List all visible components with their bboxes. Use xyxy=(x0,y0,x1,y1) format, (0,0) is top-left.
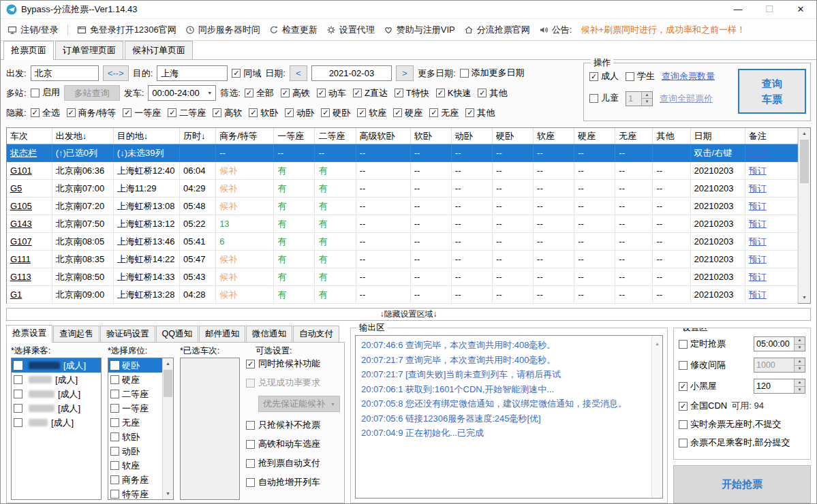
book-link[interactable]: 预订 xyxy=(749,148,767,158)
checkbox-icon[interactable]: ✓ xyxy=(679,402,688,411)
train-link[interactable]: G143 xyxy=(10,219,32,229)
checkbox-icon[interactable]: ✓ xyxy=(589,72,598,81)
scrollbar-thumb[interactable] xyxy=(164,370,172,397)
bottom-tab-item[interactable]: 自动支付 xyxy=(293,326,339,342)
checkbox-icon[interactable] xyxy=(110,447,119,456)
setting-checkbox[interactable]: 实时余票无座时,不提交 xyxy=(679,418,782,430)
checkbox-icon[interactable] xyxy=(679,439,688,447)
hide-checkbox[interactable]: ✓软座 xyxy=(357,107,386,119)
seat-checkbox[interactable]: 硬卧 xyxy=(110,360,140,372)
passenger-checkbox[interactable] xyxy=(14,404,25,413)
train-link[interactable]: G5 xyxy=(10,183,22,193)
same-region-checkbox[interactable]: ✓同域 xyxy=(232,67,261,80)
setting-stepper[interactable]: 1000▲▼ xyxy=(754,358,805,373)
toolbar-item[interactable]: 免登录打开12306官网 xyxy=(77,24,176,36)
column-header[interactable]: 历时↓ xyxy=(180,128,216,144)
toolbar-item[interactable]: 设置代理 xyxy=(326,24,375,36)
checkbox-icon[interactable]: ✓ xyxy=(393,108,402,117)
start-grab-button[interactable]: 开始抢票 xyxy=(673,465,811,503)
checkbox-icon[interactable] xyxy=(14,418,22,427)
checkbox-icon[interactable]: ✓ xyxy=(357,108,366,117)
arrow-up-icon[interactable]: ▲ xyxy=(795,337,805,345)
passenger-item[interactable]: [成人] xyxy=(12,401,101,415)
checkbox-icon[interactable] xyxy=(246,478,255,487)
selected-trains-list[interactable] xyxy=(180,358,240,500)
cdn-checkbox[interactable]: ✓全国CDN xyxy=(679,400,727,412)
checkbox-icon[interactable]: ✓ xyxy=(478,89,487,97)
seat-item[interactable]: 软座 xyxy=(108,458,162,473)
query-tickets-button[interactable]: 查询 车票 xyxy=(738,69,806,114)
seat-checkbox[interactable]: 二等座 xyxy=(110,388,149,400)
setting-checkbox[interactable]: 余票不足乘客时,部分提交 xyxy=(679,437,790,449)
hide-checkbox[interactable]: ✓高软 xyxy=(213,107,242,119)
column-header[interactable]: 二等座 xyxy=(315,128,356,144)
hide-checkbox[interactable]: ✓商务/特等 xyxy=(67,107,117,119)
setting-stepper[interactable]: 05:00:00▲▼ xyxy=(754,336,805,351)
seat-item[interactable]: 动卧 xyxy=(108,444,162,458)
checkbox-icon[interactable]: ✓ xyxy=(245,89,253,97)
column-header[interactable]: 硬座 xyxy=(574,128,615,144)
passenger-list[interactable]: [成人][成人][成人][成人][成人] xyxy=(11,358,102,500)
seat-item[interactable]: 特等座 xyxy=(108,487,162,500)
checkbox-icon[interactable] xyxy=(110,404,119,413)
scrollbar-thumb[interactable] xyxy=(800,140,809,183)
book-link[interactable]: 预订 xyxy=(749,254,767,264)
column-header[interactable]: 无座 xyxy=(615,128,653,144)
seat-checkbox[interactable]: 动卧 xyxy=(110,445,140,458)
bottom-tab-item[interactable]: 邮件通知 xyxy=(199,326,245,342)
table-row[interactable]: G107北京南08:05上海虹桥13:4605:416有有-----------… xyxy=(7,233,798,251)
scroll-down-icon[interactable]: ▼ xyxy=(163,488,173,499)
checkbox-icon[interactable] xyxy=(14,404,22,413)
toolbar-item[interactable]: 检查更新 xyxy=(269,24,318,36)
filter-checkbox[interactable]: ✓Z直达 xyxy=(353,87,388,99)
arrow-up-icon[interactable]: ▲ xyxy=(795,379,805,387)
checkbox-icon[interactable]: ✓ xyxy=(168,108,176,117)
column-header[interactable]: 车次 xyxy=(7,128,52,144)
passenger-checkbox[interactable] xyxy=(14,375,25,384)
column-header[interactable]: 硬卧 xyxy=(492,128,533,144)
checkbox-icon[interactable]: ✓ xyxy=(395,89,403,97)
stepper-arrows[interactable]: ▲▼ xyxy=(794,358,805,372)
filter-checkbox[interactable]: ✓动车 xyxy=(317,87,346,99)
checkbox-icon[interactable] xyxy=(110,432,119,441)
bottom-tab-item[interactable]: 微信通知 xyxy=(246,326,292,342)
column-header[interactable]: 出发地↓ xyxy=(52,128,113,144)
bottom-tab-item[interactable]: 查询起售 xyxy=(53,326,99,342)
seat-checkbox[interactable]: 一等座 xyxy=(110,403,149,415)
column-header[interactable]: 高级软卧 xyxy=(356,128,410,144)
seat-checkbox[interactable]: 无座 xyxy=(110,417,140,429)
log-scrollbar[interactable]: ▲ xyxy=(651,336,662,498)
filter-checkbox[interactable]: ✓K快速 xyxy=(436,87,472,99)
column-header[interactable]: 动卧 xyxy=(451,128,492,144)
book-link[interactable]: 预订 xyxy=(749,289,767,300)
minimize-button[interactable]: — xyxy=(722,1,754,18)
seat-item[interactable]: 商务座 xyxy=(108,473,162,487)
toolbar-item[interactable]: 赞助与注册VIP xyxy=(384,24,455,36)
checkbox-icon[interactable] xyxy=(246,459,255,468)
setting-stepper[interactable]: 120▲▼ xyxy=(754,379,805,394)
toolbar-item[interactable]: 注销/登录 xyxy=(7,24,59,36)
hide-settings-divider[interactable]: ↓隐藏设置区域↓ xyxy=(6,308,811,321)
option-checkbox[interactable]: ✓同时抢候补功能 xyxy=(246,358,340,370)
toolbar-item[interactable]: 公告: xyxy=(539,24,572,36)
child-checkbox[interactable]: 儿童 xyxy=(589,92,619,104)
checkbox-icon[interactable] xyxy=(14,390,22,398)
checkbox-icon[interactable]: ✓ xyxy=(67,108,76,117)
checkbox-icon[interactable]: ✓ xyxy=(123,108,132,117)
setting-checkbox[interactable]: 定时抢票 xyxy=(679,338,726,350)
maximize-button[interactable]: ☐ xyxy=(754,1,785,18)
checkbox-icon[interactable] xyxy=(679,420,688,429)
filter-checkbox[interactable]: ✓其他 xyxy=(478,87,507,99)
hide-checkbox[interactable]: ✓一等座 xyxy=(123,107,161,119)
checkbox-icon[interactable]: ✓ xyxy=(436,89,445,97)
train-link[interactable]: G105 xyxy=(10,201,32,211)
column-header[interactable]: 软卧 xyxy=(410,128,451,144)
toolbar-item[interactable]: 同步服务器时间 xyxy=(185,24,260,36)
scroll-up-icon[interactable]: ▲ xyxy=(799,128,810,139)
checkbox-icon[interactable] xyxy=(246,421,255,430)
stepper-arrows[interactable]: ▲▼ xyxy=(794,337,805,351)
train-link[interactable]: G1 xyxy=(10,289,22,300)
table-row[interactable]: G113北京南08:50上海虹桥14:3305:43候补有有----------… xyxy=(7,268,798,286)
table-row[interactable]: G111北京南08:35上海虹桥14:2205:47候补有有----------… xyxy=(7,251,798,268)
table-row[interactable]: 状态栏(↑)已选0列(↓)未选39列--------------------双击… xyxy=(7,144,798,162)
